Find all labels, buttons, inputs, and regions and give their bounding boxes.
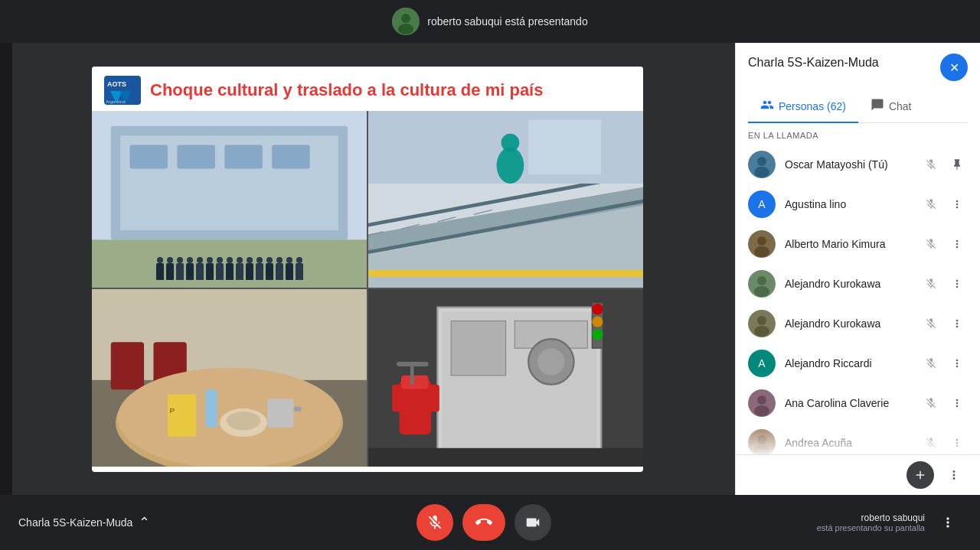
slide-image-machine	[368, 289, 643, 467]
svg-point-2	[398, 24, 413, 34]
hangup-button[interactable]	[462, 504, 505, 541]
presenting-info: roberto sabuqui está presentando su pant…	[817, 513, 925, 532]
aots-logo: AOTS Argentina	[104, 76, 141, 105]
bottom-bar: Charla 5S-Kaizen-Muda ⌃ roberto sabuqui …	[0, 495, 980, 550]
panel-more-button[interactable]	[940, 461, 968, 489]
svg-rect-26	[528, 119, 601, 174]
svg-point-68	[757, 276, 766, 285]
add-participant-button[interactable]	[906, 461, 934, 489]
panel-tabs: Personas (62) Chat	[748, 90, 968, 123]
participant-item: A Alejandro Riccardi	[736, 343, 980, 383]
svg-point-52	[592, 317, 603, 327]
svg-point-51	[592, 304, 603, 314]
avatar	[748, 230, 776, 258]
participant-item: A Agustina lino	[736, 184, 980, 224]
more-icon[interactable]	[946, 194, 968, 215]
svg-point-40	[227, 412, 261, 431]
participants-list: Oscar Matayoshi (Tú) A Agustina lino	[736, 145, 980, 454]
svg-rect-55	[392, 385, 403, 412]
more-icon[interactable]	[946, 313, 968, 334]
avatar	[748, 389, 776, 417]
mute-icon	[920, 392, 942, 414]
chat-icon	[871, 98, 884, 114]
svg-rect-56	[429, 385, 439, 412]
tab-chat-label: Chat	[889, 100, 912, 112]
section-label: EN LA LLAMADA	[736, 123, 980, 145]
presenter-bottom-name: roberto sabuqui	[817, 513, 925, 523]
svg-rect-12	[177, 145, 215, 168]
avatar	[748, 270, 776, 298]
svg-rect-46	[451, 321, 505, 376]
participant-actions	[920, 233, 968, 255]
mute-icon	[920, 273, 942, 295]
call-controls	[416, 504, 551, 541]
presenter-info: roberto sabuqui está presentando	[392, 8, 587, 35]
bottom-more-button[interactable]	[934, 509, 962, 536]
video-button[interactable]	[514, 504, 551, 541]
svg-rect-14	[272, 145, 310, 168]
mute-button[interactable]	[416, 504, 453, 541]
mute-icon	[920, 313, 942, 334]
participant-name: Alejandro Kurokawa	[785, 278, 911, 290]
more-icon[interactable]	[946, 233, 968, 255]
svg-text:AOTS: AOTS	[107, 80, 126, 88]
svg-rect-38	[206, 389, 217, 428]
avatar-initial: A	[758, 357, 765, 369]
tab-personas-label: Personas (62)	[779, 100, 846, 112]
video-area: AOTS Argentina Choque cultural y traslad…	[0, 43, 735, 495]
svg-rect-32	[111, 342, 144, 389]
panel-bottom-actions	[736, 454, 980, 495]
more-icon[interactable]	[946, 353, 968, 374]
svg-point-1	[401, 14, 410, 23]
participant-actions	[920, 194, 968, 215]
participant-name: Agustina lino	[785, 198, 911, 210]
svg-point-72	[754, 326, 769, 337]
avatar-initial: A	[758, 198, 765, 210]
pin-icon[interactable]	[946, 154, 968, 175]
avatar: A	[748, 350, 776, 377]
participant-actions	[920, 313, 968, 334]
more-icon[interactable]	[946, 273, 968, 295]
presenter-bottom-status: está presentando su pantalla	[817, 523, 925, 532]
meeting-name: Charla 5S-Kaizen-Muda	[18, 516, 132, 529]
participant-name: Ana Carolina Claverie	[785, 397, 911, 409]
svg-rect-36	[168, 394, 196, 437]
slide-header: AOTS Argentina Choque cultural y traslad…	[92, 67, 643, 111]
main-content: AOTS Argentina Choque cultural y traslad…	[0, 43, 980, 495]
slide-container: AOTS Argentina Choque cultural y traslad…	[92, 67, 643, 472]
fade-gradient	[736, 424, 980, 454]
svg-text:P: P	[170, 406, 175, 415]
svg-rect-59	[397, 362, 429, 366]
svg-point-49	[537, 348, 565, 376]
svg-text:Argentina: Argentina	[106, 99, 126, 104]
more-icon[interactable]	[946, 392, 968, 414]
svg-point-63	[754, 167, 769, 177]
svg-point-62	[757, 157, 766, 166]
svg-point-74	[757, 395, 766, 405]
close-panel-button[interactable]: ✕	[940, 54, 968, 81]
participant-actions	[920, 353, 968, 374]
top-bar: roberto sabuqui está presentando	[0, 0, 980, 43]
participant-item: Alejandro Kurokawa	[736, 304, 980, 343]
tab-personas[interactable]: Personas (62)	[748, 90, 858, 123]
participant-item: Alberto Mario Kimura	[736, 224, 980, 264]
participant-actions	[920, 392, 968, 414]
presenter-avatar	[392, 8, 420, 35]
right-panel: Charla 5S-Kaizen-Muda ✕ Personas (62) Ch…	[735, 43, 980, 495]
participant-name: Alejandro Kurokawa	[785, 317, 911, 330]
panel-title: Charla 5S-Kaizen-Muda	[748, 56, 879, 70]
presenter-text: roberto sabuqui está presentando	[427, 15, 587, 28]
svg-point-69	[754, 286, 769, 297]
svg-point-65	[757, 236, 766, 246]
avatar	[748, 151, 776, 178]
participant-name: Alejandro Riccardi	[785, 357, 911, 369]
tab-chat[interactable]: Chat	[858, 90, 924, 123]
chevron-up-icon[interactable]: ⌃	[139, 514, 150, 531]
svg-rect-41	[267, 399, 294, 428]
participant-item: Alejandro Kurokawa	[736, 264, 980, 304]
participant-item: Oscar Matayoshi (Tú)	[736, 145, 980, 184]
svg-rect-57	[401, 376, 429, 389]
svg-point-75	[754, 405, 769, 416]
avatar	[748, 310, 776, 337]
participant-name: Alberto Mario Kimura	[785, 238, 911, 250]
